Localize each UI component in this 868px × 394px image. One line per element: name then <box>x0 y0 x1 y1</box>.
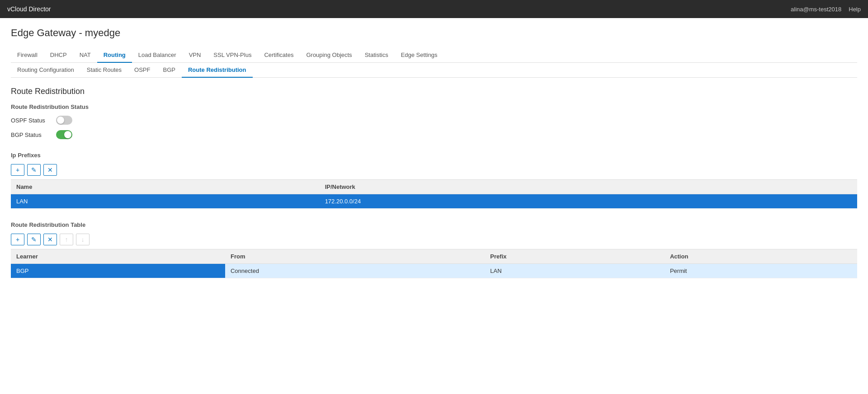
redistribution-header-row: Learner From Prefix Action <box>11 249 857 264</box>
topbar: vCloud Director alina@ms-test2018 Help <box>0 0 868 18</box>
table-row[interactable]: LAN 172.20.0.0/24 <box>11 194 857 209</box>
status-section-label: Route Redistribution Status <box>11 103 857 110</box>
tab-edge-settings[interactable]: Edge Settings <box>395 48 444 63</box>
page-title: Edge Gateway - myedge <box>11 27 857 39</box>
tab-bgp[interactable]: BGP <box>156 63 181 78</box>
redistribution-up-button[interactable]: ↑ <box>60 234 73 245</box>
ospf-status-toggle[interactable] <box>56 116 72 125</box>
tab-ssl-vpn-plus[interactable]: SSL VPN-Plus <box>207 48 258 63</box>
ip-prefixes-delete-button[interactable]: ✕ <box>43 164 57 176</box>
ospf-status-row: OSPF Status <box>11 116 857 125</box>
redistribution-edit-button[interactable]: ✎ <box>27 234 41 245</box>
redistribution-table-block: Route Redistribution Table + ✎ ✕ ↑ ↓ Lea… <box>11 221 857 278</box>
redistribution-from-cell: Connected <box>225 264 485 278</box>
tab-statistics[interactable]: Statistics <box>359 48 395 63</box>
ip-prefixes-title: Ip Prefixes <box>11 152 857 159</box>
redistribution-prefix-cell: LAN <box>485 264 665 278</box>
tab-routing-config[interactable]: Routing Configuration <box>11 63 80 78</box>
ospf-toggle-knob <box>57 117 64 124</box>
tab-certificates[interactable]: Certificates <box>258 48 300 63</box>
bgp-status-row: BGP Status <box>11 130 857 139</box>
redistribution-table: Learner From Prefix Action BGP Connected… <box>11 249 857 278</box>
tab-dhcp[interactable]: DHCP <box>44 48 73 63</box>
tab-firewall[interactable]: Firewall <box>11 48 44 63</box>
ospf-status-label: OSPF Status <box>11 117 56 124</box>
redistribution-action-cell: Permit <box>665 264 857 278</box>
redistribution-down-button[interactable]: ↓ <box>76 234 90 245</box>
redistribution-delete-button[interactable]: ✕ <box>43 234 57 245</box>
app-brand: vCloud Director <box>7 5 51 13</box>
ip-prefixes-network-cell: 172.20.0.0/24 <box>320 194 857 209</box>
table-row[interactable]: BGP Connected LAN Permit <box>11 264 857 278</box>
tab-load-balancer[interactable]: Load Balancer <box>132 48 183 63</box>
section-title: Route Redistribution <box>11 87 857 96</box>
redistribution-status-block: Route Redistribution Status OSPF Status … <box>11 103 857 139</box>
help-link[interactable]: Help <box>849 6 861 13</box>
ip-prefixes-header-row: Name IP/Network <box>11 180 857 194</box>
ip-prefixes-add-button[interactable]: + <box>11 164 24 176</box>
ip-prefixes-edit-button[interactable]: ✎ <box>27 164 41 176</box>
secondary-tabs: Routing Configuration Static Routes OSPF… <box>11 63 857 78</box>
ip-prefixes-col-network: IP/Network <box>320 180 857 194</box>
tab-nat[interactable]: NAT <box>73 48 97 63</box>
redistribution-col-from: From <box>225 249 485 264</box>
bgp-toggle-knob <box>64 131 71 138</box>
ip-prefixes-table: Name IP/Network LAN 172.20.0.0/24 <box>11 179 857 209</box>
tab-route-redistribution[interactable]: Route Redistribution <box>182 63 253 78</box>
tab-routing[interactable]: Routing <box>97 48 132 63</box>
redistribution-table-title: Route Redistribution Table <box>11 221 857 228</box>
user-info: alina@ms-test2018 <box>791 6 841 13</box>
topbar-right: alina@ms-test2018 Help <box>791 6 861 13</box>
redistribution-learner-cell: BGP <box>11 264 225 278</box>
ip-prefixes-col-name: Name <box>11 180 320 194</box>
main-content: Edge Gateway - myedge Firewall DHCP NAT … <box>0 18 868 394</box>
redistribution-col-action: Action <box>665 249 857 264</box>
tab-grouping-objects[interactable]: Grouping Objects <box>300 48 358 63</box>
redistribution-toolbar: + ✎ ✕ ↑ ↓ <box>11 234 857 245</box>
ip-prefixes-toolbar: + ✎ ✕ <box>11 164 857 176</box>
ip-prefixes-block: Ip Prefixes + ✎ ✕ Name IP/Network LAN 17… <box>11 152 857 209</box>
tab-vpn[interactable]: VPN <box>183 48 208 63</box>
tab-ospf[interactable]: OSPF <box>128 63 156 78</box>
primary-tabs: Firewall DHCP NAT Routing Load Balancer … <box>11 48 857 63</box>
redistribution-col-prefix: Prefix <box>485 249 665 264</box>
redistribution-col-learner: Learner <box>11 249 225 264</box>
bgp-status-label: BGP Status <box>11 131 56 138</box>
ip-prefixes-name-cell: LAN <box>11 194 320 209</box>
tab-static-routes[interactable]: Static Routes <box>80 63 128 78</box>
bgp-status-toggle[interactable] <box>56 130 72 139</box>
redistribution-add-button[interactable]: + <box>11 234 24 245</box>
